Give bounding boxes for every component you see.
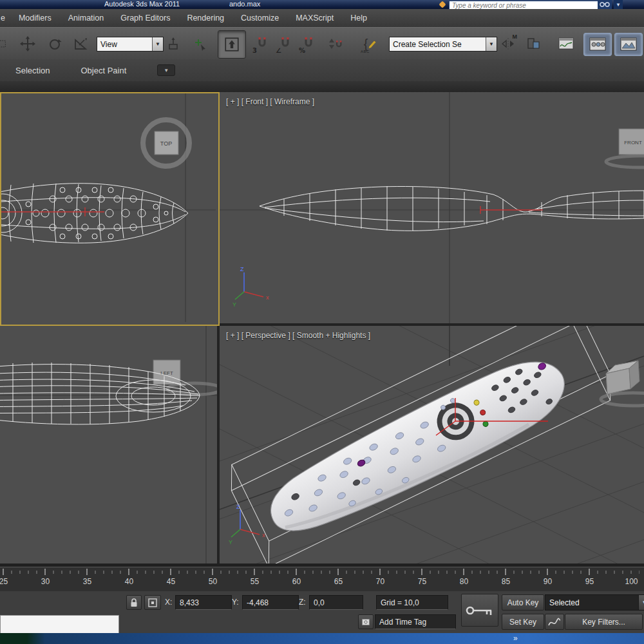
axis-z-label: Z	[236, 504, 240, 510]
use-pivot-point-icon[interactable]	[162, 33, 184, 55]
timeline-tick-label: 90	[527, 577, 569, 586]
ribbon-tab-object-paint[interactable]: Object Paint	[65, 66, 142, 75]
windows-taskbar[interactable]: »	[0, 633, 644, 644]
ribbon-collapse-icon[interactable]: ▼	[157, 64, 175, 76]
set-key-mode-curve-icon[interactable]	[545, 614, 564, 630]
timeline-tick-label: 55	[234, 577, 276, 586]
main-toolbar: View ▼ 3	[0, 27, 644, 61]
x-coordinate-label: X:	[165, 598, 172, 607]
axis-tripod: Z x Y	[229, 504, 265, 545]
angle-snap-icon[interactable]: ∠	[274, 33, 296, 55]
menu-item[interactable]: Help	[342, 14, 375, 23]
material-editor-icon[interactable]	[583, 33, 612, 56]
viewcube-left-label: LEFT	[160, 370, 173, 376]
remote-3d-model[interactable]	[257, 345, 578, 549]
menu-item[interactable]: Animation	[60, 14, 113, 23]
remote-top-wireframe[interactable]	[1, 184, 188, 243]
select-and-manipulate-icon[interactable]	[189, 33, 211, 55]
percent-snap-icon[interactable]: %	[298, 33, 319, 55]
axis-x-label: x	[266, 294, 269, 301]
axis-y-label: Y	[232, 301, 236, 308]
time-tag-icon[interactable]	[358, 614, 374, 629]
viewport-front-canvas[interactable]: FRONT	[220, 92, 644, 323]
menu-item[interactable]: Customize	[232, 14, 287, 23]
align-icon[interactable]	[523, 33, 545, 55]
named-selection-set-dropdown[interactable]: Create Selection Se ▼	[389, 37, 497, 52]
select-region-icon[interactable]	[0, 33, 6, 55]
curve-editor-icon[interactable]	[555, 33, 577, 55]
ribbon-strip	[0, 81, 644, 92]
menu-item[interactable]: MAXScript	[287, 14, 342, 23]
y-coordinate-label: Y:	[232, 598, 239, 607]
timeline-tick-label: 95	[569, 577, 611, 586]
grid-size-display: Grid = 10,0	[376, 595, 448, 610]
selection-set-value: Create Selection Se	[393, 40, 462, 49]
chevron-down-icon[interactable]: ▼	[152, 37, 163, 51]
selection-lock-icon[interactable]	[126, 595, 142, 610]
viewport-left[interactable]: LEFT	[0, 326, 217, 564]
abc-label: ABC	[361, 50, 370, 53]
status-bar: X: 8,433 Y: -4,468 Z: 0,0 Grid = 10,0 Au…	[0, 591, 644, 633]
viewcube-front[interactable]: FRONT	[606, 129, 644, 167]
menu-item[interactable]: Graph Editors	[112, 14, 178, 23]
remote-front-wireframe[interactable]	[260, 186, 644, 231]
ribbon-bar: Selection Object Paint ▼	[0, 59, 644, 81]
select-and-move-icon[interactable]	[17, 33, 39, 55]
viewport-top[interactable]: TOP	[0, 92, 220, 326]
snaps-toggle-icon[interactable]: 3	[251, 33, 273, 55]
3ds-max-window: Autodesk 3ds Max 2011 ando.max ▼ eModifi…	[0, 0, 644, 644]
viewport-left-canvas[interactable]: LEFT	[0, 326, 217, 564]
search-binoculars-icon[interactable]	[598, 0, 612, 9]
mirror-icon[interactable]: M	[497, 33, 519, 55]
selected-filter-dropdown[interactable]: Selected ▼	[545, 594, 644, 611]
search-input[interactable]	[449, 1, 598, 9]
y-coordinate-field[interactable]: -4,468	[242, 595, 299, 610]
grid-axis-lines	[0, 326, 217, 564]
render-setup-icon[interactable]	[614, 33, 643, 56]
timeline-tick-label: 45	[150, 577, 192, 586]
select-and-scale-icon[interactable]	[70, 33, 91, 55]
viewport-front[interactable]: FRONT	[220, 92, 644, 323]
timeline-tick-label: 50	[192, 577, 234, 586]
key-icon[interactable]	[461, 594, 498, 627]
time-slider-ruler[interactable]: 253035404550556065707580859095100	[0, 567, 644, 592]
select-and-rotate-icon[interactable]	[44, 33, 66, 55]
timeline-tick-label: 60	[276, 577, 317, 586]
file-name: ando.max	[229, 0, 260, 8]
keyboard-override-toggle-icon[interactable]	[218, 30, 246, 59]
absolute-offset-mode-icon[interactable]	[144, 595, 161, 610]
viewport-perspective-label[interactable]: [ + ] [ Perspective ] [ Smooth + Highlig…	[226, 331, 370, 340]
menu-bar: eModifiersAnimationGraph EditorsRenderin…	[0, 9, 644, 28]
menu-item[interactable]: Rendering	[178, 14, 232, 23]
app-title: Autodesk 3ds Max 2011	[104, 0, 180, 8]
chevron-down-icon[interactable]: ▼	[638, 595, 644, 610]
spinner-snap-icon[interactable]	[322, 33, 348, 55]
timeline-tick-label: 70	[359, 577, 401, 586]
search-dropdown-icon[interactable]: ▼	[614, 0, 623, 9]
viewport-perspective-canvas[interactable]: Z x Y	[220, 326, 644, 564]
z-coordinate-field[interactable]: 0,0	[309, 595, 363, 610]
timeline-tick-label: 25	[0, 577, 24, 586]
key-filters-button[interactable]: Key Filters...	[565, 614, 643, 630]
add-time-tag-field[interactable]: Add Time Tag	[375, 614, 456, 629]
x-axis-gizmo	[1, 207, 104, 216]
timeline-tick-label: 75	[401, 577, 443, 586]
set-key-button[interactable]: Set Key	[502, 614, 544, 630]
viewport-top-canvas[interactable]: TOP	[1, 93, 216, 322]
x-coordinate-field[interactable]: 8,433	[175, 595, 232, 610]
viewport-front-label[interactable]: [ + ] [ Front ] [ Wireframe ]	[226, 97, 314, 106]
timeline-ticks	[0, 569, 644, 575]
reference-coordinate-dropdown[interactable]: View ▼	[97, 37, 164, 52]
taskbar-overflow-chevrons[interactable]: »	[513, 634, 518, 643]
infocenter-star-icon[interactable]	[439, 1, 446, 8]
viewport-perspective[interactable]: Z x Y [ + ] [ Perspective ] [ Smooth + H…	[220, 326, 644, 564]
menu-item[interactable]: Modifiers	[10, 14, 60, 23]
viewcube-top[interactable]: TOP	[143, 120, 189, 166]
ribbon-tab-selection[interactable]: Selection	[0, 66, 65, 75]
chevron-down-icon[interactable]: ▼	[486, 37, 497, 51]
named-selection-sets-icon[interactable]: { ABC	[358, 33, 384, 55]
menu-item[interactable]: e	[0, 14, 10, 23]
auto-key-button[interactable]: Auto Key	[502, 594, 544, 611]
prompt-line	[0, 615, 119, 634]
timeline-tick-label: 100	[611, 577, 644, 586]
